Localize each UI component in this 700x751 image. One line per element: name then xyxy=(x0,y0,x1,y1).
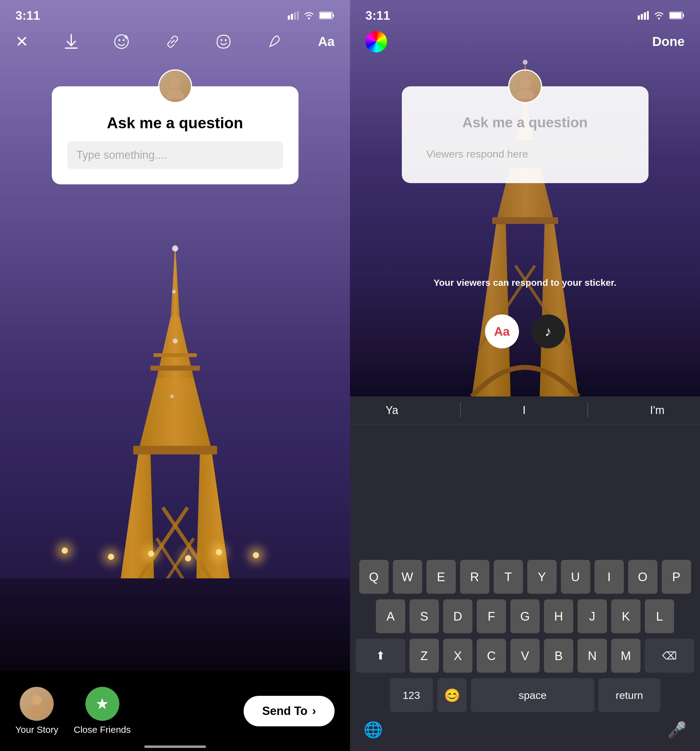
key-z[interactable]: Z xyxy=(409,639,439,673)
question-input-left[interactable]: Type something.... xyxy=(67,141,283,169)
close-friends-option[interactable]: ★ Close Friends xyxy=(74,687,131,735)
text-music-tools: Aa ♪ xyxy=(485,314,565,348)
key-u[interactable]: U xyxy=(561,560,590,594)
svg-point-36 xyxy=(32,695,42,705)
numbers-key[interactable]: 123 xyxy=(390,678,433,712)
left-phone: 3:11 ✕ xyxy=(0,0,350,751)
key-b[interactable]: B xyxy=(544,639,573,673)
key-d[interactable]: D xyxy=(443,599,473,633)
your-story-label: Your Story xyxy=(15,725,58,735)
key-y[interactable]: Y xyxy=(527,560,556,594)
download-button[interactable] xyxy=(64,34,78,49)
key-e[interactable]: E xyxy=(426,560,456,594)
keyboard: Q W E R T Y U I O P A S D F G H J K L ⬆ … xyxy=(350,554,700,751)
signal-icon xyxy=(288,11,299,20)
globe-icon[interactable]: 🌐 xyxy=(363,721,383,739)
send-to-arrow: › xyxy=(312,705,316,718)
question-input-placeholder-left: Type something.... xyxy=(76,148,167,162)
key-k[interactable]: K xyxy=(611,599,640,633)
key-r[interactable]: R xyxy=(460,560,489,594)
status-icons-left xyxy=(288,11,335,20)
send-to-button[interactable]: Send To › xyxy=(244,696,335,726)
svg-rect-24 xyxy=(320,12,332,18)
key-n[interactable]: N xyxy=(578,639,607,673)
close-button[interactable]: ✕ xyxy=(15,33,28,51)
keyboard-row-3: ⬆ Z X C V B N M ⌫ xyxy=(354,639,696,673)
key-h[interactable]: H xyxy=(544,599,573,633)
question-input-right[interactable]: Viewers respond here xyxy=(417,140,633,168)
time-right: 3:11 xyxy=(365,9,390,23)
draw-button[interactable] xyxy=(267,34,283,49)
ground xyxy=(0,578,350,671)
close-friends-label: Close Friends xyxy=(74,725,131,735)
key-a[interactable]: A xyxy=(376,599,405,633)
svg-point-33 xyxy=(170,78,181,89)
key-p[interactable]: P xyxy=(662,560,691,594)
return-key[interactable]: return xyxy=(598,678,660,712)
autocomplete-im[interactable]: I'm xyxy=(641,404,674,417)
close-friends-icon: ★ xyxy=(85,687,119,721)
svg-rect-43 xyxy=(492,217,558,224)
svg-rect-19 xyxy=(294,12,296,20)
key-g[interactable]: G xyxy=(510,599,540,633)
emoji-add-button[interactable] xyxy=(114,34,129,49)
question-title-right: Ask me a question xyxy=(462,114,587,131)
music-tool-button[interactable]: ♪ xyxy=(531,314,565,348)
text-button[interactable]: Aa xyxy=(318,34,335,49)
svg-rect-3 xyxy=(150,366,200,371)
status-icons-right xyxy=(638,11,685,20)
wifi-icon xyxy=(303,11,315,20)
svg-marker-4 xyxy=(138,378,212,452)
key-s[interactable]: S xyxy=(409,599,439,633)
key-t[interactable]: T xyxy=(494,560,523,594)
key-f[interactable]: F xyxy=(477,599,506,633)
svg-point-27 xyxy=(118,39,120,41)
key-m[interactable]: M xyxy=(611,639,640,673)
key-x[interactable]: X xyxy=(443,639,473,673)
battery-icon-right xyxy=(669,11,685,19)
svg-point-14 xyxy=(172,290,176,294)
shift-key[interactable]: ⬆ xyxy=(356,639,405,673)
svg-point-53 xyxy=(658,18,660,19)
svg-point-34 xyxy=(167,90,184,99)
svg-rect-2 xyxy=(154,353,197,357)
autocomplete-bar: Ya I I'm xyxy=(350,396,700,424)
mic-icon[interactable]: 🎤 xyxy=(667,721,686,739)
avatar-left xyxy=(158,70,192,103)
svg-point-37 xyxy=(29,706,44,715)
svg-point-15 xyxy=(173,338,178,343)
svg-rect-52 xyxy=(647,11,649,20)
your-story-option[interactable]: Your Story xyxy=(15,687,58,735)
svg-point-57 xyxy=(519,78,531,89)
key-j[interactable]: J xyxy=(578,599,607,633)
keyboard-row-2: A S D F G H J K L xyxy=(354,599,696,633)
autocomplete-ya[interactable]: Ya xyxy=(376,404,407,417)
key-w[interactable]: W xyxy=(393,560,422,594)
svg-point-32 xyxy=(225,39,227,41)
emoji-key[interactable]: 😊 xyxy=(437,678,467,712)
key-q[interactable]: Q xyxy=(359,560,389,594)
street-lights xyxy=(0,535,350,566)
svg-marker-0 xyxy=(171,242,179,316)
color-wheel-button[interactable] xyxy=(365,31,387,53)
autocomplete-divider-1 xyxy=(460,403,461,418)
viewers-respond-placeholder: Viewers respond here xyxy=(426,148,528,160)
svg-rect-18 xyxy=(291,14,293,20)
link-button[interactable] xyxy=(165,34,181,49)
key-i[interactable]: I xyxy=(595,560,624,594)
done-button[interactable]: Done xyxy=(652,34,685,49)
key-o[interactable]: O xyxy=(628,560,657,594)
share-bar: Your Story ★ Close Friends Send To › xyxy=(0,671,350,751)
space-key[interactable]: space xyxy=(471,678,594,712)
key-c[interactable]: C xyxy=(477,639,506,673)
key-v[interactable]: V xyxy=(510,639,540,673)
wifi-icon-right xyxy=(653,11,665,20)
svg-rect-23 xyxy=(333,14,334,17)
svg-rect-50 xyxy=(641,14,643,20)
sticker-button[interactable] xyxy=(216,34,231,49)
delete-key[interactable]: ⌫ xyxy=(645,639,694,673)
key-l[interactable]: L xyxy=(645,599,674,633)
star-icon: ★ xyxy=(95,695,109,713)
autocomplete-i[interactable]: I xyxy=(513,404,535,417)
text-tool-button[interactable]: Aa xyxy=(485,314,519,348)
